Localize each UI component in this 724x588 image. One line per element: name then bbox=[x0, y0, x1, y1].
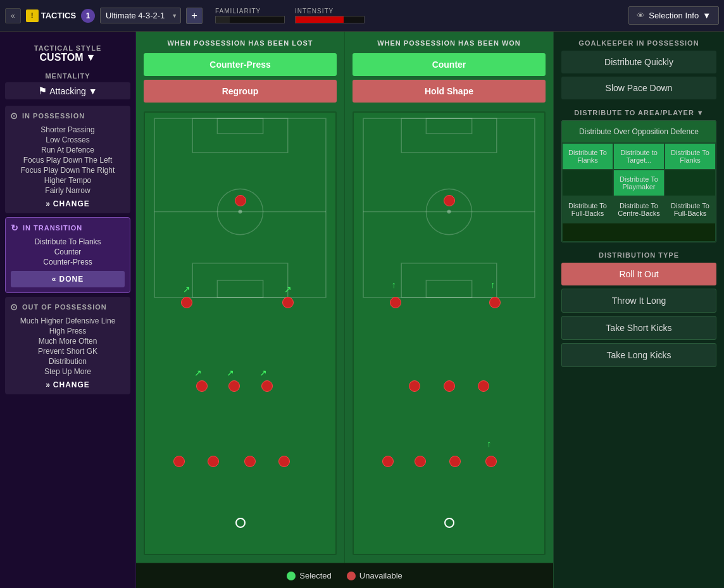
player-dot bbox=[415, 456, 426, 467]
familiarity-section: FAMILIARITY bbox=[215, 8, 285, 23]
list-item: Higher Tempo bbox=[10, 175, 125, 185]
player-dot bbox=[449, 456, 461, 467]
possession-won-title: WHEN POSSESSION HAS BEEN WON bbox=[353, 39, 546, 47]
selected-legend: Selected bbox=[287, 571, 332, 580]
change2-label: CHANGE bbox=[53, 380, 90, 389]
player-dot bbox=[282, 297, 294, 308]
in-possession-header: ⊙ IN POSSESSION bbox=[10, 111, 125, 121]
distribute-area-section: DISTRIBUTE TO AREA/PLAYER ▼ Distribute O… bbox=[561, 109, 716, 242]
tactical-style-label: TACTICAL STYLE bbox=[5, 44, 130, 52]
distribute-quickly-button[interactable]: Distribute Quickly bbox=[561, 51, 716, 73]
dist-fullbacks-left[interactable]: Distribute To Full-Backs bbox=[562, 196, 613, 223]
player-dot bbox=[390, 297, 401, 308]
svg-rect-14 bbox=[426, 280, 471, 297]
dist-row-5 bbox=[562, 223, 716, 242]
slow-pace-down-button[interactable]: Slow Pace Down bbox=[561, 77, 716, 99]
player-dot bbox=[278, 456, 290, 467]
hold-shape-button[interactable]: Hold Shape bbox=[353, 80, 546, 103]
svg-point-7 bbox=[238, 210, 242, 214]
chevrons-icon: » bbox=[46, 199, 51, 208]
familiarity-label: FAMILIARITY bbox=[215, 8, 285, 15]
in-possession-label: IN POSSESSION bbox=[22, 112, 85, 120]
player-arrow: ↗ bbox=[194, 368, 202, 378]
player-dot bbox=[382, 456, 394, 467]
goalkeeper bbox=[235, 518, 246, 528]
attacking-icon: ⚑ bbox=[38, 85, 47, 97]
throw-it-long-button[interactable]: Throw It Long bbox=[561, 289, 716, 313]
back-button[interactable]: « bbox=[5, 8, 21, 23]
counter-press-button[interactable]: Counter-Press bbox=[144, 53, 337, 76]
distribute-over-opposition[interactable]: Distribute Over Opposition Defence bbox=[562, 121, 716, 143]
tactical-style-value[interactable]: CUSTOM ▼ bbox=[5, 52, 130, 63]
dist-fullbacks-right[interactable]: Distribute To Full-Backs bbox=[665, 196, 716, 223]
svg-rect-12 bbox=[426, 118, 471, 134]
in-possession-change-button[interactable]: » CHANGE bbox=[10, 199, 125, 208]
dist-flanks-right[interactable]: Distribute To Flanks bbox=[665, 143, 716, 170]
regroup-button[interactable]: Regroup bbox=[144, 80, 337, 103]
list-item: Shorter Passing bbox=[10, 125, 125, 135]
intensity-bar bbox=[295, 16, 365, 23]
list-item: Run At Defence bbox=[10, 145, 125, 155]
player-dot bbox=[208, 456, 219, 467]
add-tab-button[interactable]: + bbox=[186, 8, 203, 24]
familiarity-bar bbox=[215, 16, 285, 23]
chevron-down-icon: ▼ bbox=[86, 52, 96, 63]
out-of-possession-section: ⊙ OUT OF POSSESSION Much Higher Defensiv… bbox=[5, 297, 130, 394]
player-arrow: ↑ bbox=[392, 280, 396, 290]
chevron-down-icon: ▼ bbox=[89, 86, 97, 96]
svg-rect-0 bbox=[154, 118, 326, 297]
dist-row-4: Distribute To Full-Backs Distribute To C… bbox=[562, 196, 716, 223]
player-dot bbox=[261, 380, 273, 392]
right-panel: GOALKEEPER IN POSSESSION Distribute Quic… bbox=[553, 32, 724, 588]
mentality-select[interactable]: ⚑ Attacking ▼ bbox=[5, 82, 130, 99]
possession-icon: ⊙ bbox=[10, 111, 18, 121]
intensity-label: INTENSITY bbox=[295, 8, 365, 15]
chevron-down-icon: ▼ bbox=[697, 109, 704, 116]
dist-flanks-left[interactable]: Distribute To Flanks bbox=[562, 143, 613, 170]
counter-button[interactable]: Counter bbox=[353, 53, 546, 76]
intensity-section: INTENSITY bbox=[295, 8, 365, 23]
possession-lost-panel: WHEN POSSESSION HAS BEEN LOST Counter-Pr… bbox=[136, 32, 345, 563]
done-button[interactable]: « DONE bbox=[11, 271, 125, 287]
possession-won-panel: WHEN POSSESSION HAS BEEN WON Counter Hol… bbox=[345, 32, 553, 563]
dist-row-2: Distribute To Flanks Distribute to Targe… bbox=[562, 143, 716, 170]
list-item: Distribute To Flanks bbox=[11, 237, 125, 247]
player-dot bbox=[173, 456, 185, 467]
formation-select[interactable]: Ultimate 4-3-2-1 bbox=[100, 8, 181, 23]
tactics-label: TACTICS bbox=[41, 11, 76, 20]
tab-number[interactable]: 1 bbox=[81, 9, 95, 23]
roll-it-out-button[interactable]: Roll It Out bbox=[561, 263, 716, 285]
dist-centrebacks[interactable]: Distribute To Centre-Backs bbox=[613, 196, 665, 223]
player-dot bbox=[181, 297, 192, 308]
mentality-block: MENTALITY ⚑ Attacking ▼ bbox=[5, 70, 130, 102]
player-dot bbox=[196, 380, 208, 392]
mentality-value: Attacking bbox=[49, 86, 86, 96]
goalkeeper-section-title: GOALKEEPER IN POSSESSION bbox=[561, 39, 716, 47]
list-item: Counter bbox=[11, 247, 125, 257]
tactics-panels: WHEN POSSESSION HAS BEEN LOST Counter-Pr… bbox=[136, 32, 553, 563]
out-of-possession-label: OUT OF POSSESSION bbox=[22, 303, 107, 311]
take-long-kicks-button[interactable]: Take Long Kicks bbox=[561, 343, 716, 367]
out-of-possession-header: ⊙ OUT OF POSSESSION bbox=[10, 302, 125, 312]
possession-lost-pitch: ↗ ↗ ↗ ↗ ↗ bbox=[144, 111, 337, 555]
dist-empty-left bbox=[562, 170, 613, 196]
selection-info-button[interactable]: 👁 Selection Info ▼ bbox=[628, 6, 719, 25]
chevron-down-icon: ▼ bbox=[702, 11, 711, 20]
take-short-kicks-button[interactable]: Take Short Kicks bbox=[561, 316, 716, 340]
out-of-possession-items: Much Higher Defensive Line High Press Mu… bbox=[10, 316, 125, 377]
dist-playmaker[interactable]: Distribute To Playmaker bbox=[613, 170, 665, 196]
svg-rect-6 bbox=[217, 280, 263, 297]
sidebar: TACTICAL STYLE CUSTOM ▼ MENTALITY ⚑ Atta… bbox=[0, 32, 136, 588]
chevrons-left-icon: « bbox=[52, 275, 57, 284]
dist-gk-area bbox=[562, 223, 716, 242]
svg-rect-3 bbox=[192, 118, 288, 153]
out-of-possession-change-button[interactable]: » CHANGE bbox=[10, 380, 125, 389]
in-transition-items: Distribute To Flanks Counter Counter-Pre… bbox=[11, 237, 125, 267]
main-layout: TACTICAL STYLE CUSTOM ▼ MENTALITY ⚑ Atta… bbox=[0, 32, 724, 588]
list-item: Focus Play Down The Left bbox=[10, 155, 125, 165]
list-item: Much Higher Defensive Line bbox=[10, 316, 125, 326]
dist-row-3: Distribute To Playmaker bbox=[562, 170, 716, 196]
distribute-area-title: DISTRIBUTE TO AREA/PLAYER bbox=[574, 109, 694, 116]
dist-target[interactable]: Distribute to Target... bbox=[613, 143, 665, 170]
list-item: Much More Often bbox=[10, 336, 125, 346]
